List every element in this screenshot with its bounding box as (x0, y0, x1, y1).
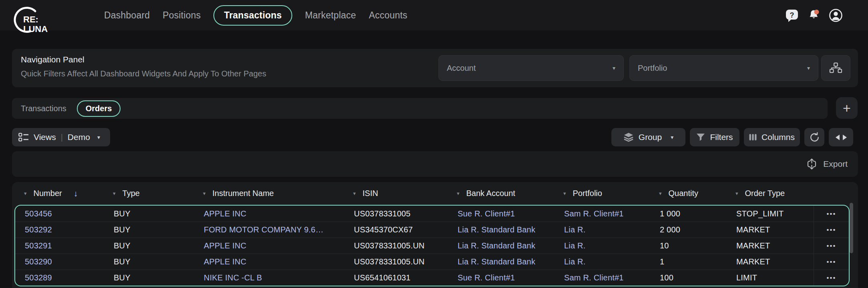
column-label: ISIN (363, 189, 378, 198)
columns-label: Columns (762, 132, 795, 142)
column-header-number[interactable]: ▾ Number ↓ (14, 189, 103, 198)
row-menu-button[interactable]: ••• (827, 274, 836, 281)
row-menu-button[interactable]: ••• (827, 242, 836, 249)
notifications-button[interactable] (806, 8, 821, 23)
export-button[interactable]: Export (806, 158, 848, 170)
portfolio-link[interactable]: Sam R. Client#1 (564, 273, 624, 282)
nav-positions[interactable]: Positions (163, 10, 201, 21)
bank-account-link[interactable]: Lia R. Standard Bank (458, 257, 535, 266)
sort-desc-icon[interactable]: ↓ (74, 189, 78, 198)
portfolio-link[interactable]: Lia R. (564, 257, 585, 266)
order-number-link[interactable]: 503289 (25, 273, 52, 282)
column-menu-icon[interactable]: ▾ (24, 190, 27, 196)
nav-accounts[interactable]: Accounts (369, 10, 407, 21)
group-button[interactable]: Group ▾ (611, 128, 685, 146)
portfolio-link[interactable]: Lia R. (564, 225, 585, 234)
filters-button[interactable]: Filters (690, 128, 739, 146)
export-label: Export (823, 159, 848, 169)
column-menu-icon[interactable]: ▾ (735, 190, 738, 196)
help-button[interactable]: ? (785, 8, 799, 22)
column-menu-icon[interactable]: ▾ (563, 190, 566, 196)
instrument-link[interactable]: APPLE INC (204, 257, 246, 266)
chevron-down-icon: ▾ (671, 134, 673, 140)
views-current-value: Demo (68, 132, 90, 142)
panel-subtitle: Quick Filters Affect All Dashboard Widge… (21, 69, 266, 78)
column-header-bank-account[interactable]: ▾ Bank Account (447, 189, 554, 198)
column-header-type[interactable]: ▾ Type (103, 189, 193, 198)
row-menu-button[interactable]: ••• (827, 210, 836, 217)
nav-marketplace[interactable]: Marketplace (305, 10, 356, 21)
add-view-button[interactable]: + (836, 97, 858, 119)
column-header-quantity[interactable]: ▾ Quantity (649, 189, 726, 198)
instrument-link[interactable]: NIKE INC -CL B (204, 273, 262, 282)
plus-icon: + (843, 101, 851, 115)
type-cell: BUY (114, 241, 131, 250)
refresh-button[interactable] (804, 128, 824, 146)
type-cell: BUY (114, 209, 131, 218)
pan-left-right-button[interactable] (829, 128, 853, 146)
tab-transactions[interactable]: Transactions (21, 104, 66, 113)
bank-account-link[interactable]: Sue R. Client#1 (458, 273, 515, 282)
brand-logo[interactable]: RE: LUNA (10, 2, 52, 35)
bank-account-link[interactable]: Lia R. Standard Bank (458, 225, 535, 234)
column-menu-icon[interactable]: ▾ (659, 190, 662, 196)
row-menu-button[interactable]: ••• (827, 226, 836, 233)
table-row[interactable]: 503291 BUY APPLE INC US0378331005.UN Lia… (15, 238, 849, 254)
bank-account-link[interactable]: Lia R. Standard Bank (458, 241, 535, 250)
column-header-isin[interactable]: ▾ ISIN (344, 189, 447, 198)
column-menu-icon[interactable]: ▾ (457, 190, 460, 196)
arrow-right-icon (842, 134, 847, 140)
account-select-placeholder: Account (447, 64, 476, 73)
table-scrollbar-thumb[interactable] (850, 203, 853, 253)
table-row[interactable]: 503292 BUY FORD MOTOR COMPANY 9.6… US345… (15, 222, 849, 238)
panel-title: Navigation Panel (21, 55, 84, 64)
views-selector[interactable]: Views | Demo ▾ (12, 128, 110, 146)
layers-icon (623, 132, 634, 142)
order-type-cell: MARKET (736, 241, 770, 250)
table-row[interactable]: 503290 BUY APPLE INC US0378331005.UN Lia… (15, 254, 849, 270)
profile-button[interactable] (828, 8, 843, 23)
list-views-icon (18, 133, 29, 142)
nav-transactions[interactable]: Transactions (213, 5, 292, 26)
table-row[interactable]: 503289 BUY NIKE INC -CL B US6541061031 S… (15, 270, 849, 286)
svg-text:?: ? (790, 11, 794, 19)
column-menu-icon[interactable]: ▾ (203, 190, 206, 196)
portfolio-link[interactable]: Sam R. Client#1 (564, 209, 624, 218)
help-bubble-icon: ? (785, 8, 799, 22)
orders-table: ▾ Number ↓ ▾ Type ▾ Instrument Name ▾ IS… (12, 182, 858, 288)
quantity-cell: 1 (660, 257, 664, 266)
table-row[interactable]: 503456 BUY APPLE INC US0378331005 Sue R.… (15, 206, 849, 222)
order-number-link[interactable]: 503290 (25, 257, 52, 266)
column-header-portfolio[interactable]: ▾ Portfolio (554, 189, 649, 198)
isin-cell: US345370CX67 (354, 225, 413, 234)
order-number-link[interactable]: 503456 (25, 209, 52, 218)
row-menu-button[interactable]: ••• (827, 258, 836, 265)
column-label: Bank Account (466, 189, 515, 198)
portfolio-select[interactable]: Portfolio ▾ (629, 55, 818, 81)
account-select[interactable]: Account ▾ (438, 55, 624, 81)
export-bar: Export (12, 151, 858, 177)
instrument-link[interactable]: APPLE INC (204, 209, 246, 218)
funnel-icon (696, 133, 705, 141)
nav-dashboard[interactable]: Dashboard (104, 10, 150, 21)
export-icon (806, 158, 818, 170)
columns-button[interactable]: Columns (744, 128, 800, 146)
hierarchy-button[interactable] (821, 55, 850, 81)
instrument-link[interactable]: FORD MOTOR COMPANY 9.6… (204, 225, 323, 234)
instrument-link[interactable]: APPLE INC (204, 241, 246, 250)
column-header-order-type[interactable]: ▾ Order Type (726, 189, 813, 198)
brand-text-top: RE: (23, 14, 38, 24)
isin-cell: US0378331005.UN (354, 257, 424, 266)
column-label: Quantity (669, 189, 698, 198)
order-number-link[interactable]: 503292 (25, 225, 52, 234)
more-dots-icon: ••• (827, 242, 836, 250)
bank-account-link[interactable]: Sue R. Client#1 (458, 209, 515, 218)
portfolio-link[interactable]: Lia R. (564, 241, 585, 250)
top-navigation-bar: RE: LUNA Dashboard Positions Transaction… (0, 0, 868, 30)
column-menu-icon[interactable]: ▾ (113, 190, 116, 196)
column-menu-icon[interactable]: ▾ (353, 190, 356, 196)
tab-orders[interactable]: Orders (77, 100, 121, 117)
column-header-instrument-name[interactable]: ▾ Instrument Name (193, 189, 344, 198)
order-number-link[interactable]: 503291 (25, 241, 52, 250)
column-label: Portfolio (573, 189, 602, 198)
